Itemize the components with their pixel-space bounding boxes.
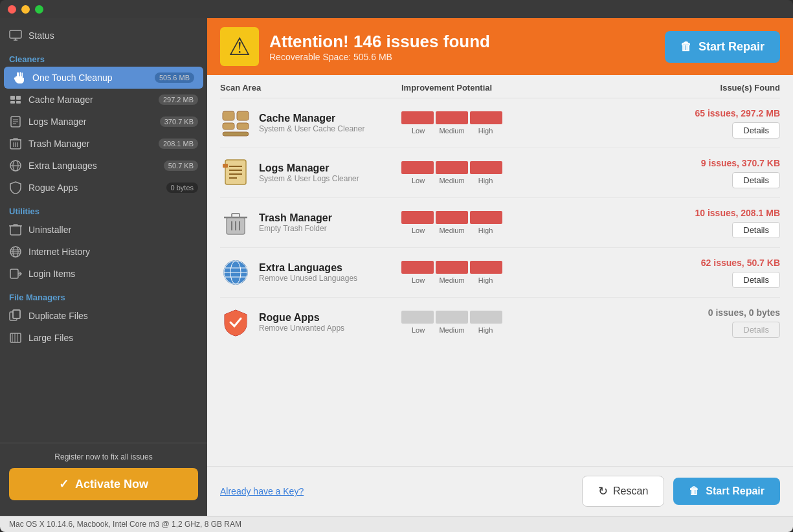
rogue-apps-label: Rogue Apps: [28, 183, 78, 193]
logs-label-medium: Medium: [435, 177, 469, 184]
languages-issues-cell: 62 issues, 50.7 KB Details: [638, 258, 780, 288]
uninstaller-icon: [9, 223, 22, 236]
duplicate-files-label: Duplicate Files: [28, 311, 88, 321]
trash-bar-medium: [436, 211, 468, 224]
logs-issues-text: 9 issues, 370.7 KB: [701, 158, 780, 168]
trash-issues-cell: 10 issues, 208.1 MB Details: [638, 208, 780, 238]
logs-issues-cell: 9 issues, 370.7 KB Details: [638, 158, 780, 188]
status-label: Status: [28, 30, 54, 41]
sidebar-item-logs-manager[interactable]: Logs Manager 370.7 KB: [0, 111, 207, 133]
rescan-button[interactable]: ↻ Rescan: [582, 476, 664, 507]
sidebar-item-rogue-apps[interactable]: Rogue Apps 0 bytes: [0, 177, 207, 199]
file-managers-section: File Managers: [0, 285, 207, 305]
trash-label-low: Low: [401, 227, 435, 234]
trash-label-high: High: [469, 227, 502, 234]
scan-area-logs: Logs Manager System & User Logs Cleaner: [220, 157, 401, 188]
app-window: Status Cleaners One Touch Cleanup 505.6 …: [0, 0, 793, 532]
scan-area-trash: Trash Manager Empty Trash Folder: [220, 207, 401, 238]
rogue-issues-text: 0 issues, 0 bytes: [708, 307, 780, 318]
sidebar-item-extra-languages[interactable]: Extra Languages 50.7 KB: [0, 155, 207, 177]
table-row-extra-languages: Extra Languages Remove Unused Languages …: [220, 248, 780, 298]
uninstaller-label: Uninstaller: [28, 225, 71, 235]
utilities-section: Utilities: [0, 199, 207, 219]
sidebar-item-one-touch-cleanup[interactable]: One Touch Cleanup 505.6 MB: [4, 67, 203, 89]
cache-label-high: High: [469, 127, 502, 135]
trash-issues-text: 10 issues, 208.1 MB: [695, 208, 780, 218]
rogue-apps-icon: [220, 307, 251, 338]
sidebar-item-status[interactable]: Status: [0, 25, 207, 47]
rogue-bar-low: [401, 311, 434, 324]
close-button[interactable]: [8, 5, 16, 14]
cache-details-button[interactable]: Details: [732, 122, 780, 139]
logs-info: Logs Manager System & User Logs Cleaner: [259, 162, 359, 183]
svg-rect-43: [223, 123, 234, 129]
trash-bar-high: [470, 211, 502, 224]
cleaners-section: Cleaners: [0, 47, 207, 67]
extra-languages-badge: 50.7 KB: [164, 161, 198, 171]
status-bar: Mac OS X 10.14.6, Macbook, Intel Core m3…: [0, 516, 793, 532]
svg-rect-42: [237, 111, 249, 120]
globe-icon: [9, 159, 22, 172]
extra-languages-row-name: Extra Languages: [259, 262, 357, 274]
svg-rect-44: [237, 123, 249, 129]
sidebar-item-internet-history[interactable]: Internet History: [0, 241, 207, 263]
cache-bar-medium: [436, 111, 468, 124]
internet-history-label: Internet History: [28, 247, 90, 257]
trash-details-button[interactable]: Details: [732, 222, 780, 238]
login-items-label: Login Items: [28, 269, 75, 279]
large-files-label: Large Files: [28, 333, 73, 343]
sidebar-item-cache-manager[interactable]: Cache Manager 297.2 MB: [0, 89, 207, 111]
languages-bar-medium: [436, 261, 468, 274]
languages-label-low: Low: [401, 276, 435, 284]
logs-manager-badge: 370.7 KB: [160, 116, 198, 127]
logs-progress: Low Medium High: [401, 161, 638, 184]
maximize-button[interactable]: [35, 5, 43, 14]
svg-rect-0: [10, 30, 21, 38]
trash-icon: [9, 137, 22, 150]
minimize-button[interactable]: [21, 5, 30, 14]
svg-rect-4: [16, 96, 21, 100]
monitor-icon: [9, 29, 22, 42]
main-panel: SMARTIPS ⚠ Attention! 146 issues found R…: [207, 18, 793, 516]
activate-now-button[interactable]: ✓ Activate Now: [9, 468, 198, 500]
rescan-label: Rescan: [613, 485, 648, 497]
main-content: Status Cleaners One Touch Cleanup 505.6 …: [0, 18, 793, 516]
scan-area-cache: Cache Manager System & User Cache Cleane…: [220, 107, 401, 139]
start-repair-button-bottom[interactable]: 🗑 Start Repair: [673, 478, 780, 505]
logs-manager-row-name: Logs Manager: [259, 162, 359, 174]
languages-details-button[interactable]: Details: [732, 272, 780, 288]
sidebar-item-uninstaller[interactable]: Uninstaller: [0, 219, 207, 241]
start-repair-bottom-label: Start Repair: [706, 485, 765, 497]
footer-right: ↻ Rescan 🗑 Start Repair: [582, 476, 780, 507]
alert-text: Attention! 146 issues found Recoverable …: [269, 32, 654, 62]
cache-manager-badge: 297.2 MB: [159, 94, 198, 105]
languages-bar-high: [470, 261, 502, 274]
rescan-icon: ↻: [598, 484, 608, 498]
trash-progress: Low Medium High: [401, 211, 638, 234]
rogue-label-medium: Medium: [435, 326, 469, 334]
sidebar-item-duplicate-files[interactable]: Duplicate Files: [0, 305, 207, 327]
titlebar: [0, 0, 793, 18]
svg-rect-3: [10, 96, 15, 100]
rogue-issues-cell: 0 issues, 0 bytes Details: [638, 307, 780, 338]
languages-info: Extra Languages Remove Unused Languages: [259, 262, 357, 283]
cache-bar-low: [401, 111, 434, 124]
logs-details-button[interactable]: Details: [732, 172, 780, 188]
rogue-apps-badge: 0 bytes: [166, 183, 198, 193]
sidebar-item-trash-manager[interactable]: Trash Manager 208.1 MB: [0, 133, 207, 155]
sidebar-item-login-items[interactable]: Login Items: [0, 263, 207, 285]
already-have-key-link[interactable]: Already have a Key?: [220, 486, 304, 496]
hand-icon: [13, 71, 26, 84]
footer: Already have a Key? ↻ Rescan 🗑 Start Rep…: [207, 466, 793, 516]
trash-manager-badge: 208.1 MB: [159, 139, 198, 149]
checkmark-icon: ✓: [59, 477, 69, 491]
start-repair-top-label: Start Repair: [698, 40, 765, 54]
alert-banner: ⚠ Attention! 146 issues found Recoverabl…: [207, 18, 793, 75]
table-row-logs-manager: Logs Manager System & User Logs Cleaner …: [220, 148, 780, 198]
header-scan-area: Scan Area: [220, 83, 401, 93]
start-repair-button-top[interactable]: 🗑 Start Repair: [665, 31, 780, 63]
trash-repair-icon-top: 🗑: [680, 40, 692, 54]
sidebar-item-large-files[interactable]: Large Files: [0, 327, 207, 349]
rogue-label-high: High: [469, 326, 502, 334]
svg-rect-46: [225, 160, 246, 184]
